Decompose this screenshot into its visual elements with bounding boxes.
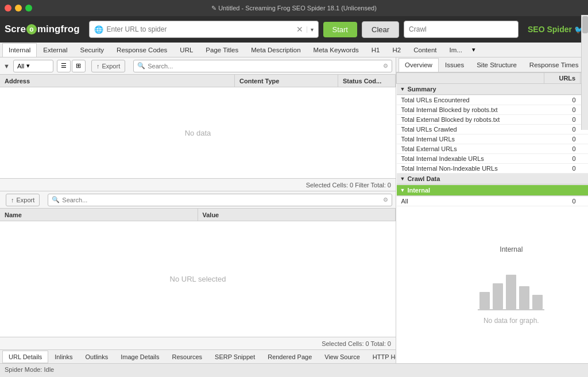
no-data-label: No data [185, 129, 211, 137]
bottom-tab-view-source[interactable]: View Source [318, 351, 366, 363]
spider-mode-bar: Spider Mode: Idle [0, 363, 588, 375]
bottom-tab-http-headers[interactable]: HTTP Headers [366, 351, 396, 363]
export-button[interactable]: ↑ Export [91, 60, 125, 72]
tab-meta-description[interactable]: Meta Description [245, 43, 307, 57]
tab-security[interactable]: Security [74, 43, 111, 57]
summary-col-urls: URLs [544, 73, 581, 84]
section-header-summary: ▼ Summary [397, 84, 589, 95]
table-status-text: Selected Cells: 0 Filter Total: 0 [306, 182, 391, 188]
clear-button[interactable]: Clear [362, 21, 399, 38]
crawl-data-section-header[interactable]: ▼ Crawl Data [397, 174, 589, 184]
toolbar: Screomingfrog 🌐 ✕ ▾ Start Clear SEO Spid… [0, 16, 588, 43]
logo: Screomingfrog [5, 24, 80, 35]
url-dropdown-icon[interactable]: ▾ [307, 26, 314, 33]
bottom-tab-serp-snippet[interactable]: SERP Snippet [208, 351, 261, 363]
search-icon: 🔍 [137, 62, 145, 70]
bottom-table-header: Name Value [0, 209, 396, 221]
rtab-issues[interactable]: Issues [439, 58, 470, 72]
section-header-crawl: ▼ Crawl Data [397, 174, 589, 185]
filter-bar: ▼ All ▾ ☰ ⊞ ↑ Export 🔍 ⚙ [0, 57, 396, 75]
bottom-tab-image-details[interactable]: Image Details [114, 351, 165, 363]
table-row: Total Internal Indexable URLs 0 0% [397, 154, 589, 164]
tab-page-titles[interactable]: Page Titles [199, 43, 245, 57]
tab-internal[interactable]: Internal [2, 43, 37, 57]
left-panel: ▼ All ▾ ☰ ⊞ ↑ Export 🔍 ⚙ Address Content… [0, 57, 396, 363]
tab-h2[interactable]: H2 [386, 43, 408, 57]
right-panel-content: URLs % of T... ▼ Summary T [396, 72, 588, 363]
url-clear-icon[interactable]: ✕ [296, 25, 303, 34]
tab-url[interactable]: URL [173, 43, 199, 57]
bottom-col-value: Value [198, 209, 396, 221]
bottom-table-body: No URL selected [0, 221, 396, 337]
tab-images[interactable]: Im... [443, 43, 469, 57]
list-view-button[interactable]: ☰ [57, 60, 71, 72]
summary-row-urls: 0 [544, 95, 581, 105]
summary-section-header[interactable]: ▼ Summary [397, 84, 589, 95]
close-button[interactable] [5, 5, 11, 11]
logo-o: o [26, 24, 37, 34]
svg-rect-3 [519, 286, 529, 309]
filter-value: All [17, 63, 24, 70]
table-row: Total URLs Crawled 0 0% [397, 125, 589, 134]
start-button[interactable]: Start [323, 22, 357, 37]
scrollbar[interactable] [581, 72, 588, 130]
table-row: Total Internal Non-Indexable URLs 0 0% [397, 164, 589, 174]
tab-content[interactable]: Content [407, 43, 443, 57]
filter-options-icon[interactable]: ⚙ [383, 63, 388, 69]
bottom-tab-inlinks[interactable]: Inlinks [48, 351, 79, 363]
bottom-tab-outlinks[interactable]: Outlinks [79, 351, 114, 363]
tab-h1[interactable]: H1 [365, 43, 386, 57]
logo-mingfrog: mingfrog [37, 24, 80, 35]
bottom-search-input[interactable] [62, 197, 381, 203]
internal-section-header[interactable]: ▼ Internal [397, 185, 589, 196]
table-row: Total Internal URLs 0 0% [397, 134, 589, 144]
crawl-data-chevron-icon: ▼ [400, 176, 405, 182]
no-url-selected-label: No URL selected [170, 275, 226, 283]
window-controls [5, 5, 32, 11]
table-header: Address Content Type Status Cod... [0, 75, 396, 87]
table-row: Total External Blocked by robots.txt 0 0… [397, 115, 589, 125]
col-header-content: Content Type [235, 75, 338, 87]
rtab-overview[interactable]: Overview [399, 58, 439, 72]
bottom-tab-rendered-page[interactable]: Rendered Page [261, 351, 318, 363]
bottom-search-icon: 🔍 [52, 196, 60, 203]
bottom-tab-resources[interactable]: Resources [165, 351, 208, 363]
bottom-filter-bar: ↑ Export 🔍 ⚙ [0, 191, 396, 209]
spider-mode-text: Spider Mode: Idle [5, 366, 54, 373]
tab-external[interactable]: External [37, 43, 74, 57]
tab-response-codes[interactable]: Response Codes [110, 43, 173, 57]
logo-scre: Scre [5, 24, 26, 35]
window-title: ✎ Untitled - Screaming Frog SEO Spider 1… [211, 5, 377, 12]
url-input[interactable] [107, 25, 293, 33]
chart-svg [477, 260, 546, 312]
export-icon: ↑ [96, 63, 100, 70]
rtab-site-structure[interactable]: Site Structure [470, 58, 523, 72]
chart-title: Internal [500, 245, 523, 253]
minimize-button[interactable] [15, 5, 22, 11]
tab-more-icon[interactable]: ▾ [469, 44, 479, 56]
right-panel: Overview Issues Site Structure Response … [396, 57, 588, 363]
maximize-button[interactable] [25, 5, 32, 11]
bottom-filter-options-icon[interactable]: ⚙ [383, 197, 388, 203]
seo-spider-label: SEO Spider 🐦 [528, 25, 583, 34]
bottom-tab-url-details[interactable]: URL Details [2, 351, 48, 363]
globe-icon: 🌐 [94, 25, 103, 34]
right-tabs: Overview Issues Site Structure Response … [396, 57, 588, 72]
bottom-col-name: Name [0, 209, 198, 221]
crawl-input[interactable] [404, 21, 519, 38]
all-label: All [397, 197, 544, 206]
grid-view-button[interactable]: ⊞ [72, 60, 86, 72]
bottom-export-button[interactable]: ↑ Export [6, 194, 40, 206]
rtab-response-times[interactable]: Response Times [523, 58, 585, 72]
title-bar: ✎ Untitled - Screaming Frog SEO Spider 1… [0, 0, 588, 16]
tab-meta-keywords[interactable]: Meta Keywords [307, 43, 365, 57]
table-body: No data [0, 87, 396, 178]
filter-select[interactable]: All ▾ [13, 60, 53, 72]
col-header-address: Address [0, 75, 235, 87]
table-status-bar: Selected Cells: 0 Filter Total: 0 [0, 178, 396, 191]
table-row: Total External URLs 0 0% [397, 144, 589, 154]
internal-chevron-icon: ▼ [400, 187, 405, 193]
chart-no-data-label: No data for graph. [483, 317, 539, 325]
search-input[interactable] [148, 63, 381, 70]
summary-chevron-icon: ▼ [400, 86, 405, 92]
